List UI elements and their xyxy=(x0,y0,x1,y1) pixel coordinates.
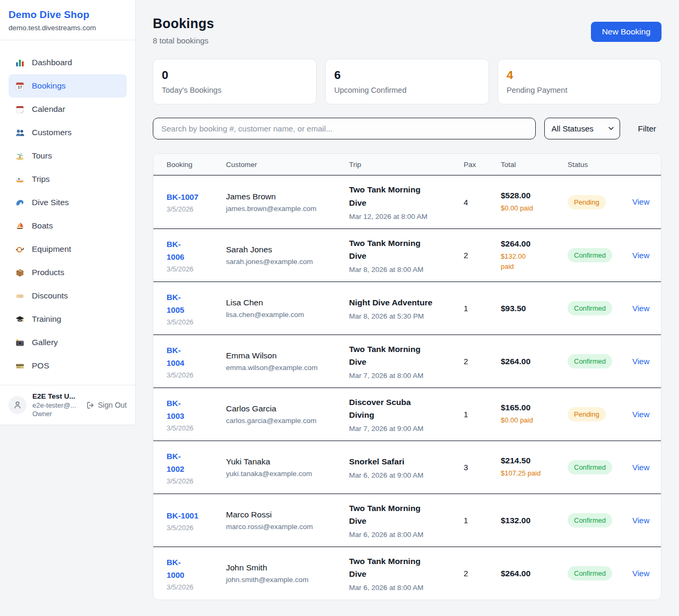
view-link[interactable]: View xyxy=(632,251,649,260)
people-icon xyxy=(15,128,25,138)
sidebar-item-tours[interactable]: Tours xyxy=(8,144,127,168)
actions-cell: View xyxy=(632,508,656,533)
customer-email: lisa.chen@example.com xyxy=(226,311,343,319)
sidebar: Demo Dive Shop demo.test.divestreams.com… xyxy=(0,0,136,425)
sidebar-item-bookings[interactable]: 17Bookings xyxy=(8,74,127,98)
sidebar-item-label: Discounts xyxy=(32,291,68,301)
booking-number-link[interactable]: BK-1007 xyxy=(167,191,198,204)
status-badge: Pending xyxy=(568,195,606,209)
view-link[interactable]: View xyxy=(632,357,649,366)
booking-cell: BK- 1004 3/5/2026 xyxy=(167,337,226,386)
sidebar-item-discounts[interactable]: Discounts xyxy=(8,284,127,307)
user-name: E2E Test U... xyxy=(32,392,80,400)
customer-name: Emma Wilson xyxy=(226,351,343,360)
new-booking-button[interactable]: New Booking xyxy=(591,22,661,42)
sidebar-item-equipment[interactable]: Equipment xyxy=(8,237,127,261)
total-amount: $93.50 xyxy=(501,304,561,313)
booking-date: 3/5/2026 xyxy=(167,524,220,532)
status-cell: Pending xyxy=(568,188,632,217)
stat-label: Pending Payment xyxy=(507,86,652,94)
pax-count: 1 xyxy=(464,508,501,532)
search-input[interactable] xyxy=(153,118,536,139)
trip-name: Two Tank Morning Dive xyxy=(349,183,457,209)
status-badge: Confirmed xyxy=(568,566,612,580)
trip-cell: Two Tank Morning Dive Mar 6, 2026 at 8:0… xyxy=(349,495,464,546)
booking-cell: BK-1001 3/5/2026 xyxy=(167,502,226,539)
sidebar-item-trips[interactable]: Trips xyxy=(8,168,127,191)
view-link[interactable]: View xyxy=(632,569,649,578)
booking-number-link[interactable]: BK- 1005 xyxy=(167,291,184,316)
booking-number-link[interactable]: BK- 1004 xyxy=(167,344,184,369)
total-cell: $264.00 xyxy=(501,349,568,374)
sidebar-item-label: Bookings xyxy=(32,81,66,91)
booking-number-link[interactable]: BK- 1003 xyxy=(167,397,184,423)
sidebar-nav: Dashboard17BookingsCalendarCustomersTour… xyxy=(0,40,135,385)
booking-number-link[interactable]: BK- 1000 xyxy=(167,556,184,582)
view-link[interactable]: View xyxy=(632,410,649,419)
total-cell: $264.00 xyxy=(501,561,568,586)
stat-value: 6 xyxy=(334,68,480,82)
status-badge: Confirmed xyxy=(568,460,612,474)
view-link[interactable]: View xyxy=(632,516,649,525)
filter-button[interactable]: Filter xyxy=(633,121,661,137)
table-row: BK-1001 3/5/2026 Marco Rossi marco.rossi… xyxy=(153,494,661,547)
diving-mask-icon xyxy=(15,244,25,254)
status-cell: Confirmed xyxy=(568,347,632,376)
trip-name: Discover Scuba Diving xyxy=(349,396,457,421)
trip-name: Snorkel Safari xyxy=(349,455,457,468)
view-link[interactable]: View xyxy=(632,463,649,472)
sidebar-item-customers[interactable]: Customers xyxy=(8,121,127,144)
stat-cards: 0 Today's Bookings 6 Upcoming Confirmed … xyxy=(153,59,661,104)
page-header-text: Bookings 8 total bookings xyxy=(153,16,214,45)
customer-cell: Emma Wilson emma.wilson@example.com xyxy=(226,344,349,379)
total-cell: $264.00 $132.00 paid xyxy=(501,232,568,279)
trip-cell: Two Tank Morning Dive Mar 8, 2026 at 8:0… xyxy=(349,230,464,281)
sidebar-item-boats[interactable]: Boats xyxy=(8,214,127,237)
booking-number-link[interactable]: BK- 1002 xyxy=(167,450,184,476)
trip-datetime: Mar 7, 2026 at 9:00 AM xyxy=(349,425,457,433)
status-badge: Pending xyxy=(568,407,606,421)
bookings-table: Booking Customer Trip Pax Total Status B… xyxy=(153,153,661,600)
sidebar-item-dashboard[interactable]: Dashboard xyxy=(8,51,127,74)
sidebar-item-dive-sites[interactable]: Dive Sites xyxy=(8,191,127,214)
actions-cell: View xyxy=(632,455,656,480)
sidebar-item-gallery[interactable]: Gallery xyxy=(8,331,127,354)
sidebar-item-products[interactable]: Products xyxy=(8,261,127,284)
booking-number-link[interactable]: BK-1001 xyxy=(167,509,198,522)
total-amount: $264.00 xyxy=(501,357,561,366)
status-filter-select[interactable]: All Statuses xyxy=(544,118,620,139)
customer-cell: Carlos Garcia carlos.garcia@example.com xyxy=(226,397,349,432)
booking-number-link[interactable]: BK- 1006 xyxy=(167,238,184,263)
column-header-status: Status xyxy=(568,161,632,169)
camera-flash-icon xyxy=(15,338,25,348)
customer-cell: Sarah Jones sarah.jones@example.com xyxy=(226,237,349,273)
customer-cell: John Smith john.smith@example.com xyxy=(226,556,349,591)
status-badge: Confirmed xyxy=(568,354,612,368)
booking-cell: BK- 1006 3/5/2026 xyxy=(167,231,226,280)
paid-amount: $0.00 paid xyxy=(501,203,561,214)
sidebar-item-label: Training xyxy=(32,314,61,324)
sidebar-item-training[interactable]: Training xyxy=(8,307,127,331)
page-title: Bookings xyxy=(153,16,214,31)
sidebar-item-label: Boats xyxy=(32,221,53,231)
sidebar-item-label: Calendar xyxy=(32,104,65,114)
trip-name: Night Dive Adventure xyxy=(349,296,457,309)
trip-name: Two Tank Morning Dive xyxy=(349,343,457,368)
user-role: Owner xyxy=(32,410,80,418)
view-link[interactable]: View xyxy=(632,304,649,313)
paid-amount: $107.25 paid xyxy=(501,468,561,479)
status-cell: Pending xyxy=(568,400,632,429)
trip-datetime: Mar 8, 2026 at 5:30 PM xyxy=(349,312,457,320)
view-link[interactable]: View xyxy=(632,197,649,206)
actions-cell: View xyxy=(632,561,656,586)
total-cell: $165.00 $0.00 paid xyxy=(501,395,568,433)
actions-cell: View xyxy=(632,243,656,268)
customer-email: emma.wilson@example.com xyxy=(226,364,343,372)
sidebar-item-calendar[interactable]: Calendar xyxy=(8,98,127,121)
tear-off-calendar-icon xyxy=(15,104,25,115)
sign-out-button[interactable]: Sign Out xyxy=(86,401,127,410)
sidebar-item-pos[interactable]: POS xyxy=(8,354,127,377)
customer-email: marco.rossi@example.com xyxy=(226,523,343,531)
brand-domain: demo.test.divestreams.com xyxy=(8,24,127,32)
customer-email: john.smith@example.com xyxy=(226,576,343,584)
